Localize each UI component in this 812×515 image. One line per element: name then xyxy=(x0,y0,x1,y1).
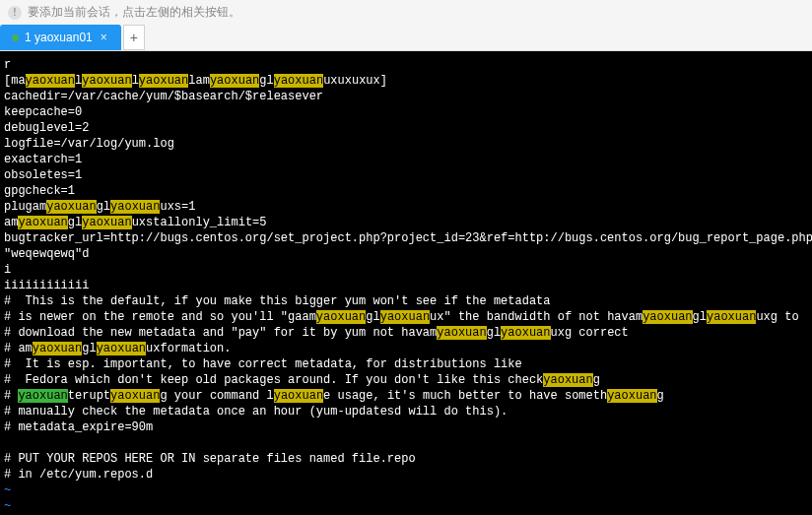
term-line: gpgcheck=1 xyxy=(4,184,75,198)
term-line: # amyaoxuanglyaoxuanuxformation. xyxy=(4,342,231,355)
term-line: # manually check the metadata once an ho… xyxy=(4,405,508,418)
search-highlight-current: yaoxuan xyxy=(18,389,67,403)
search-highlight: yaoxuan xyxy=(607,389,656,403)
search-highlight: yaoxuan xyxy=(274,74,323,88)
search-highlight: yaoxuan xyxy=(707,310,756,324)
status-dot-icon xyxy=(12,34,19,41)
term-line: iiiiiiiiiiii xyxy=(4,279,89,292)
tab-bar: 1 yaoxuan01 × + xyxy=(0,25,812,51)
term-line: r xyxy=(4,58,11,72)
hint-bar: ! 要添加当前会话，点击左侧的相关按钮。 xyxy=(0,0,812,25)
terminal-viewport[interactable]: r [mayaoxuanlyaoxuanlyaoxuanlamyaoxuangl… xyxy=(0,51,812,515)
new-tab-button[interactable]: + xyxy=(123,25,145,50)
term-line: # PUT YOUR REPOS HERE OR IN separate fil… xyxy=(4,452,416,466)
search-highlight: yaoxuan xyxy=(316,310,366,324)
session-tab[interactable]: 1 yaoxuan01 × xyxy=(0,25,121,50)
search-highlight: yaoxuan xyxy=(26,74,75,88)
term-line: # It is esp. important, to have correct … xyxy=(4,357,522,371)
term-line: [mayaoxuanlyaoxuanlyaoxuanlamyaoxuanglya… xyxy=(4,74,387,88)
term-line: # is newer on the remote and so you'll "… xyxy=(4,310,799,324)
search-highlight: yaoxuan xyxy=(46,200,96,214)
term-line: logfile=/var/log/yum.log xyxy=(4,137,174,151)
term-line: # metadata_expire=90m xyxy=(4,420,153,434)
close-icon[interactable]: × xyxy=(99,31,109,44)
term-line: "weqewqewq"d xyxy=(4,247,89,261)
search-highlight: yaoxuan xyxy=(110,389,160,403)
term-line: keepcache=0 xyxy=(4,105,82,119)
empty-line-tilde: ~ xyxy=(4,483,11,497)
term-line: debuglevel=2 xyxy=(4,121,89,135)
term-line: exactarch=1 xyxy=(4,153,82,166)
search-highlight: yaoxuan xyxy=(643,310,692,324)
search-highlight: yaoxuan xyxy=(33,342,82,355)
search-highlight: yaoxuan xyxy=(274,389,323,403)
term-line: plugamyaoxuanglyaoxuanuxs=1 xyxy=(4,200,195,214)
search-highlight: yaoxuan xyxy=(82,216,131,229)
term-line: # in /etc/yum.repos.d xyxy=(4,468,153,482)
search-highlight: yaoxuan xyxy=(18,216,67,229)
info-icon: ! xyxy=(8,6,22,20)
term-line: # Fedora which don't keep old packages a… xyxy=(4,373,600,387)
search-highlight: yaoxuan xyxy=(97,342,146,355)
term-line: # This is the default, if you make this … xyxy=(4,294,551,308)
search-highlight: yaoxuan xyxy=(210,74,259,88)
term-line: amyaoxuanglyaoxuanuxstallonly_limit=5 xyxy=(4,216,266,229)
search-highlight: yaoxuan xyxy=(501,326,550,340)
search-highlight: yaoxuan xyxy=(437,326,486,340)
search-highlight: yaoxuan xyxy=(139,74,188,88)
term-line: cachedir=/var/cache/yum/$basearch/$relea… xyxy=(4,90,323,103)
term-line: obsoletes=1 xyxy=(4,168,82,182)
term-line: i xyxy=(4,263,11,277)
hint-text: 要添加当前会话，点击左侧的相关按钮。 xyxy=(28,4,240,21)
empty-line-tilde: ~ xyxy=(4,499,11,513)
term-line: bugtracker_url=http://bugs.centos.org/se… xyxy=(4,231,812,245)
search-highlight: yaoxuan xyxy=(82,74,131,88)
search-highlight: yaoxuan xyxy=(110,200,160,214)
term-line: # yaoxuanteruptyaoxuang your command lya… xyxy=(4,389,664,403)
search-highlight: yaoxuan xyxy=(543,373,592,387)
tab-label: 1 yaoxuan01 xyxy=(25,31,93,44)
term-line: # download the new metadata and "pay" fo… xyxy=(4,326,629,340)
search-highlight: yaoxuan xyxy=(380,310,430,324)
